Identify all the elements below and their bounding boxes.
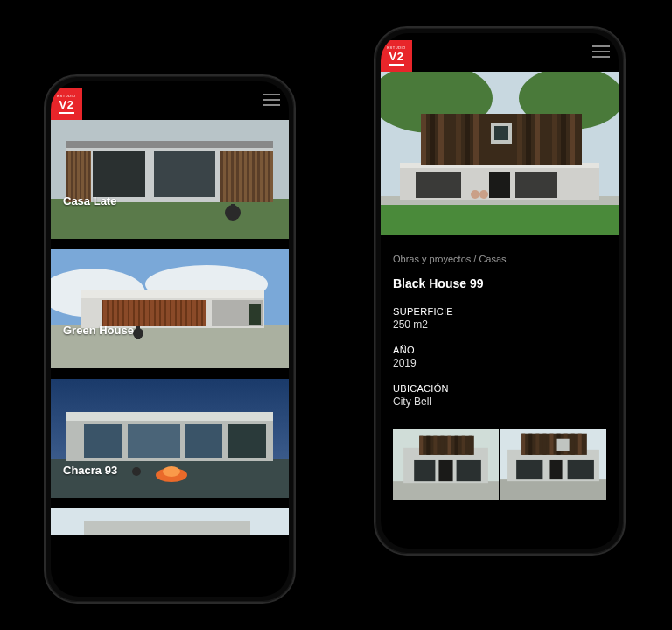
- svg-rect-126: [571, 434, 575, 455]
- svg-rect-119: [522, 434, 525, 455]
- phone-button: [374, 186, 375, 242]
- svg-rect-63: [186, 424, 222, 458]
- svg-rect-71: [381, 201, 619, 234]
- breadcrumb[interactable]: Obras y proyectos / Casas: [393, 254, 606, 264]
- project-title: Chacra 93: [63, 464, 117, 477]
- gallery-thumbnails: [381, 422, 619, 500]
- svg-rect-4: [93, 151, 145, 197]
- svg-rect-107: [440, 436, 444, 455]
- svg-rect-51: [196, 300, 198, 326]
- svg-rect-16: [262, 151, 265, 202]
- logo-underline: [59, 112, 74, 114]
- app-header: ESTUDIO V2: [381, 33, 619, 72]
- svg-rect-95: [570, 114, 575, 164]
- svg-rect-39: [133, 300, 135, 326]
- phone-button: [294, 270, 296, 307]
- svg-rect-128: [557, 439, 570, 452]
- svg-rect-90: [526, 114, 531, 164]
- field-label-surface: SUPERFICIE: [393, 306, 606, 317]
- svg-rect-129: [516, 460, 542, 480]
- project-title: Black House 99: [393, 276, 606, 290]
- svg-rect-25: [231, 204, 234, 218]
- project-title: Casa Late: [63, 194, 116, 207]
- svg-rect-13: [247, 151, 249, 202]
- svg-rect-9: [226, 151, 228, 202]
- svg-rect-46: [170, 300, 172, 326]
- svg-rect-34: [107, 300, 108, 326]
- hamburger-menu-icon[interactable]: [262, 94, 280, 106]
- field-label-year: AÑO: [393, 345, 606, 355]
- phone-button: [294, 225, 296, 262]
- phone-button: [294, 190, 296, 213]
- svg-rect-14: [252, 151, 255, 202]
- svg-rect-97: [494, 126, 508, 140]
- svg-rect-61: [84, 424, 122, 458]
- logo-main-text: V2: [389, 51, 404, 62]
- svg-rect-130: [550, 460, 562, 480]
- project-card[interactable]: [51, 508, 289, 535]
- svg-rect-93: [552, 114, 557, 164]
- svg-point-99: [480, 190, 488, 199]
- svg-rect-79: [515, 172, 557, 198]
- project-card[interactable]: Casa Late: [51, 120, 289, 239]
- svg-rect-112: [414, 460, 435, 481]
- logo-underline: [388, 64, 404, 66]
- logo[interactable]: ESTUDIO V2: [381, 40, 412, 72]
- svg-rect-60: [66, 412, 273, 421]
- project-detail: Obras y proyectos / Casas Black House 99…: [381, 234, 619, 408]
- logo[interactable]: ESTUDIO V2: [51, 88, 82, 120]
- svg-rect-116: [500, 480, 606, 500]
- svg-rect-127: [578, 434, 582, 455]
- svg-rect-54: [248, 304, 261, 325]
- project-card[interactable]: Green House: [51, 249, 289, 368]
- svg-rect-82: [430, 114, 435, 164]
- gallery-thumbnail[interactable]: [393, 429, 499, 500]
- svg-rect-31: [80, 290, 264, 298]
- svg-rect-89: [517, 114, 522, 164]
- svg-rect-56: [136, 326, 140, 339]
- svg-rect-121: [536, 434, 539, 455]
- svg-rect-17: [268, 151, 270, 202]
- gallery-thumbnail[interactable]: [500, 429, 606, 500]
- svg-rect-77: [416, 172, 461, 198]
- svg-rect-91: [535, 114, 540, 164]
- svg-rect-47: [175, 300, 177, 326]
- hamburger-menu-icon[interactable]: [592, 46, 610, 58]
- phone-mockup-detail: ESTUDIO V2: [374, 26, 626, 556]
- svg-rect-62: [128, 424, 180, 458]
- svg-rect-123: [550, 434, 553, 455]
- field-label-location: UBICACIÓN: [393, 383, 606, 394]
- svg-rect-114: [457, 460, 481, 481]
- svg-rect-33: [102, 300, 103, 326]
- svg-rect-131: [568, 460, 594, 480]
- svg-rect-41: [144, 300, 145, 326]
- svg-rect-111: [469, 436, 472, 455]
- phone-button: [624, 177, 626, 214]
- project-hero-image: [381, 72, 619, 234]
- svg-rect-11: [236, 151, 239, 202]
- field-value-location: City Bell: [393, 396, 606, 408]
- field-value-year: 2019: [393, 357, 606, 369]
- svg-rect-109: [455, 436, 458, 455]
- logo-main-text: V2: [60, 99, 74, 110]
- svg-rect-113: [438, 460, 452, 481]
- svg-rect-49: [186, 300, 187, 326]
- svg-rect-92: [543, 114, 549, 164]
- svg-rect-108: [448, 436, 452, 455]
- project-card[interactable]: Chacra 93: [51, 379, 289, 498]
- phone-button: [624, 142, 626, 164]
- svg-rect-87: [473, 114, 479, 164]
- svg-rect-44: [159, 300, 161, 326]
- field-value-surface: 250 m2: [393, 318, 606, 331]
- svg-rect-35: [112, 300, 114, 326]
- svg-rect-43: [154, 300, 156, 326]
- svg-rect-69: [84, 521, 250, 535]
- svg-point-67: [132, 467, 141, 476]
- svg-rect-5: [154, 151, 215, 197]
- svg-rect-12: [242, 151, 244, 202]
- svg-rect-105: [426, 436, 430, 455]
- svg-rect-50: [191, 300, 192, 326]
- phone-button: [624, 222, 626, 259]
- phone-mockup-list: ESTUDIO V2: [44, 74, 296, 604]
- phone-button: [44, 234, 46, 290]
